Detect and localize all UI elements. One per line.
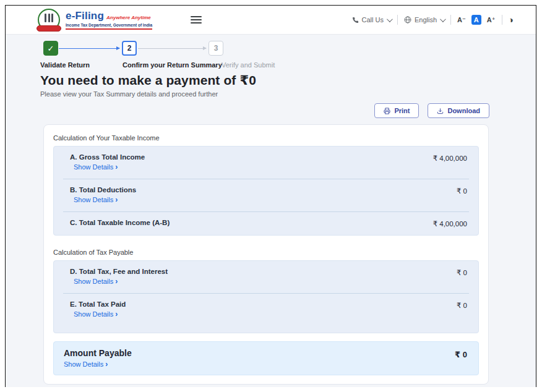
divider (450, 15, 451, 25)
row-amount-payable: Amount Payable Show Details › ₹ 0 (54, 342, 478, 375)
stepper-connector-pending (138, 48, 206, 49)
call-us-dropdown[interactable]: Call Us (352, 16, 391, 23)
show-details-link[interactable]: Show Details › (74, 196, 118, 203)
show-details-label: Show Details (74, 163, 113, 171)
row-label: D. Total Tax, Fee and Interest (70, 268, 168, 275)
row-label: E. Total Tax Paid (70, 300, 126, 308)
step-1-label: Validate Return (40, 61, 90, 69)
tax-payable-panel: D. Total Tax, Fee and Interest Show Deta… (53, 260, 479, 333)
payment-amount: ₹0 (239, 73, 256, 87)
page-content: ✓ 2 3 Validate Return Confirm your Retur… (6, 35, 536, 387)
amount-payable-panel: Amount Payable Show Details › ₹ 0 (53, 341, 479, 375)
contrast-toggle-icon[interactable]: ◑ (509, 15, 514, 24)
step-3-label: Verify and Submit (222, 61, 275, 69)
check-icon: ✓ (48, 44, 54, 53)
emblem-ribbon (37, 25, 61, 32)
globe-icon (404, 16, 411, 23)
show-details-link[interactable]: Show Details › (74, 310, 118, 318)
hamburger-menu-icon[interactable] (191, 14, 202, 25)
section-title-taxable-income: Calculation of Your Taxable Income (53, 134, 479, 142)
actions-toolbar: Print Download (40, 103, 489, 118)
step-2-confirm-summary: 2 (122, 41, 137, 56)
row-label: A. Gross Total Income (70, 153, 145, 161)
header-controls: Call Us English A⁻ A A⁺ ◑ (352, 15, 514, 25)
font-decrease-button[interactable]: A⁻ (457, 16, 466, 24)
chevron-right-icon: › (105, 360, 108, 368)
page-subtitle: Please view your Tax Summary details and… (40, 90, 536, 98)
step-3-verify-submit: 3 (209, 41, 223, 56)
screenshot-frame: e-Filing Anywhere Anytime Income Tax Dep… (5, 5, 536, 387)
show-details-link[interactable]: Show Details › (64, 360, 108, 368)
row-total-tax-paid: E. Total Tax Paid Show Details › ₹ 0 (54, 294, 478, 333)
show-details-link[interactable]: Show Details › (74, 278, 118, 285)
show-details-link[interactable]: Show Details › (74, 163, 118, 171)
call-us-label: Call Us (362, 16, 384, 23)
chevron-right-icon: › (115, 163, 118, 171)
row-value: ₹ 0 (457, 268, 467, 286)
font-normal-button[interactable]: A (471, 15, 481, 25)
tax-summary-card: Calculation of Your Taxable Income A. Gr… (43, 124, 489, 385)
step-3-number: 3 (214, 44, 218, 53)
font-increase-button[interactable]: A⁺ (487, 16, 496, 24)
stepper-connector-active (59, 48, 119, 49)
row-label: C. Total Taxable Income (A-B) (70, 219, 170, 226)
download-label: Download (447, 107, 480, 114)
printer-icon (384, 108, 390, 114)
show-details-label: Show Details (74, 278, 113, 285)
row-value: ₹ 0 (457, 186, 467, 205)
row-total-taxable-income: C. Total Taxable Income (A-B) ₹ 4,00,000 (54, 212, 478, 235)
section-title-tax-payable: Calculation of Tax Payable (53, 249, 479, 256)
language-dropdown[interactable]: English (404, 16, 444, 23)
chevron-right-icon: › (115, 278, 118, 285)
brand-text: e-Filing Anywhere Anytime Income Tax Dep… (66, 10, 152, 30)
step-1-validate-return: ✓ (43, 41, 58, 56)
top-header: e-Filing Anywhere Anytime Income Tax Dep… (6, 6, 536, 35)
download-button[interactable]: Download (428, 103, 489, 118)
emblem-pillars (45, 14, 53, 22)
india-emblem-icon (38, 9, 60, 31)
taxable-income-panel: A. Gross Total Income Show Details › ₹ 4… (53, 146, 479, 236)
row-gross-total-income: A. Gross Total Income Show Details › ₹ 4… (54, 147, 478, 179)
language-label: English (415, 16, 437, 23)
chevron-right-icon: › (115, 196, 118, 203)
divider (397, 15, 398, 25)
chevron-down-icon (440, 16, 446, 22)
brand-tagline: Anywhere Anytime (106, 15, 151, 20)
print-label: Print (394, 107, 410, 114)
amount-payable-label: Amount Payable (64, 348, 132, 358)
row-value: ₹ 4,00,000 (433, 219, 467, 228)
print-button[interactable]: Print (374, 103, 419, 118)
chevron-down-icon (387, 16, 393, 22)
show-details-label: Show Details (74, 196, 113, 203)
show-details-label: Show Details (74, 310, 113, 318)
brand-subtitle: Income Tax Department, Government of Ind… (66, 23, 152, 30)
font-size-controls: A⁻ A A⁺ (457, 15, 496, 25)
amount-payable-value: ₹ 0 (455, 348, 467, 369)
show-details-label: Show Details (64, 360, 103, 368)
page-title: You need to make a payment of₹0 (40, 73, 536, 88)
step-2-label: Confirm your Return Summary (123, 61, 222, 69)
chevron-right-icon: › (115, 310, 118, 318)
brand-title: e-Filing (66, 10, 104, 22)
page-title-text: You need to make a payment of (40, 73, 236, 87)
download-icon (437, 108, 444, 114)
row-value: ₹ 4,00,000 (433, 153, 467, 172)
efiling-logo[interactable]: e-Filing Anywhere Anytime Income Tax Dep… (38, 9, 152, 31)
divider (502, 15, 502, 25)
row-label: B. Total Deductions (70, 186, 136, 194)
row-total-deductions: B. Total Deductions Show Details › ₹ 0 (54, 179, 478, 211)
phone-icon (352, 17, 359, 23)
row-total-tax-fee-interest: D. Total Tax, Fee and Interest Show Deta… (54, 261, 478, 293)
row-value: ₹ 0 (457, 300, 467, 319)
progress-stepper: ✓ 2 3 Validate Return Confirm your Retur… (40, 41, 337, 70)
step-2-number: 2 (127, 44, 132, 53)
